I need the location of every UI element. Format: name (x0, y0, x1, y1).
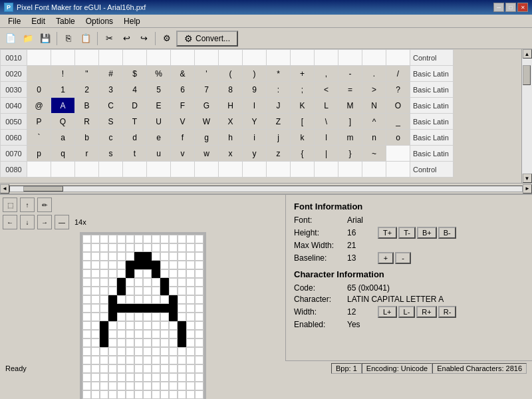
pixel-cell[interactable] (100, 278, 108, 287)
char-cell[interactable]: % (147, 66, 171, 82)
char-cell[interactable]: ] (338, 114, 362, 130)
pixel-cell[interactable] (126, 382, 134, 390)
pixel-cell[interactable] (108, 304, 117, 313)
char-cell[interactable]: L (315, 98, 338, 114)
move-up-button[interactable]: ↑ (20, 198, 35, 212)
pixel-cell[interactable] (100, 390, 108, 399)
char-cell[interactable] (362, 50, 386, 66)
char-cell[interactable]: o (386, 130, 410, 146)
char-cell[interactable] (386, 162, 410, 178)
pixel-cell[interactable] (152, 287, 160, 295)
char-canvas[interactable] (82, 235, 203, 399)
pixel-cell[interactable] (82, 261, 91, 269)
pixel-cell[interactable] (91, 330, 100, 338)
pixel-cell[interactable] (143, 382, 152, 390)
char-cell[interactable] (267, 162, 291, 178)
pixel-cell[interactable] (126, 330, 134, 338)
pixel-cell[interactable] (152, 356, 160, 364)
char-cell[interactable]: I (243, 98, 267, 114)
char-cell[interactable]: Q (51, 114, 75, 130)
char-cell[interactable]: J (267, 98, 291, 114)
pixel-cell[interactable] (152, 364, 160, 373)
pixel-cell[interactable] (143, 356, 152, 364)
r-minus-button[interactable]: R- (438, 306, 457, 318)
pixel-cell[interactable] (100, 382, 108, 390)
cut-button[interactable]: ✂ (101, 31, 117, 47)
b-minus-button[interactable]: B- (438, 227, 456, 239)
pixel-cell[interactable] (178, 261, 186, 269)
pixel-cell[interactable] (195, 313, 203, 321)
pixel-cell[interactable] (134, 338, 143, 347)
char-cell[interactable]: ` (27, 130, 51, 146)
pixel-cell[interactable] (186, 243, 195, 252)
char-cell[interactable] (99, 50, 123, 66)
pixel-cell[interactable] (82, 252, 91, 261)
close-button[interactable]: ✕ (517, 3, 528, 12)
char-cell[interactable]: q (51, 146, 75, 162)
pixel-cell[interactable] (82, 330, 91, 338)
char-cell[interactable]: r (75, 146, 99, 162)
move-left-button[interactable]: ← (3, 215, 17, 229)
line-tool-button[interactable]: — (55, 215, 69, 229)
pixel-cell[interactable] (117, 321, 126, 330)
pixel-cell[interactable] (134, 261, 143, 269)
pixel-cell[interactable] (108, 330, 117, 338)
pixel-cell[interactable] (169, 235, 178, 243)
pixel-cell[interactable] (178, 313, 186, 321)
pixel-cell[interactable] (134, 390, 143, 399)
pixel-cell[interactable] (195, 330, 203, 338)
pixel-cell[interactable] (195, 295, 203, 304)
pixel-cell[interactable] (178, 330, 186, 338)
char-cell[interactable]: b (75, 130, 99, 146)
pixel-cell[interactable] (91, 373, 100, 382)
char-cell[interactable]: C (99, 98, 123, 114)
char-cell[interactable]: ! (51, 66, 75, 82)
pixel-cell[interactable] (108, 235, 117, 243)
pixel-cell[interactable] (117, 243, 126, 252)
char-cell[interactable] (219, 50, 243, 66)
pixel-cell[interactable] (160, 235, 169, 243)
char-cell[interactable]: 6 (171, 82, 195, 98)
pixel-cell[interactable] (126, 347, 134, 356)
pixel-cell[interactable] (152, 373, 160, 382)
pixel-cell[interactable] (108, 338, 117, 347)
char-cell[interactable] (338, 50, 362, 66)
l-minus-button[interactable]: L- (398, 306, 416, 318)
baseline-plus-button[interactable]: + (378, 252, 394, 264)
pixel-cell[interactable] (169, 304, 178, 313)
pixel-cell[interactable] (169, 243, 178, 252)
char-cell[interactable] (51, 162, 75, 178)
pixel-cell[interactable] (143, 287, 152, 295)
pixel-cell[interactable] (169, 287, 178, 295)
pixel-cell[interactable] (108, 295, 117, 304)
pixel-cell[interactable] (195, 321, 203, 330)
pixel-cell[interactable] (143, 261, 152, 269)
char-cell[interactable] (171, 162, 195, 178)
pixel-cell[interactable] (108, 278, 117, 287)
pixel-cell[interactable] (134, 235, 143, 243)
char-cell[interactable] (195, 50, 219, 66)
pixel-cell[interactable] (169, 330, 178, 338)
char-cell[interactable]: O (386, 98, 410, 114)
char-cell[interactable]: m (338, 130, 362, 146)
char-cell[interactable] (75, 162, 99, 178)
pixel-cell[interactable] (126, 261, 134, 269)
pixel-cell[interactable] (91, 313, 100, 321)
menu-help[interactable]: Help (118, 15, 146, 27)
pixel-cell[interactable] (126, 304, 134, 313)
char-cell[interactable]: G (195, 98, 219, 114)
pixel-cell[interactable] (134, 321, 143, 330)
pixel-cell[interactable] (117, 304, 126, 313)
pixel-cell[interactable] (152, 252, 160, 261)
char-cell[interactable]: x (219, 146, 243, 162)
char-cell[interactable]: ( (219, 66, 243, 82)
t-plus-button[interactable]: T+ (378, 227, 397, 239)
char-cell[interactable] (123, 50, 147, 66)
pixel-cell[interactable] (108, 382, 117, 390)
char-cell[interactable]: 8 (219, 82, 243, 98)
pixel-cell[interactable] (134, 356, 143, 364)
move-down-button[interactable]: ↓ (20, 215, 35, 229)
pixel-cell[interactable] (91, 261, 100, 269)
pixel-cell[interactable] (82, 364, 91, 373)
pixel-cell[interactable] (169, 373, 178, 382)
